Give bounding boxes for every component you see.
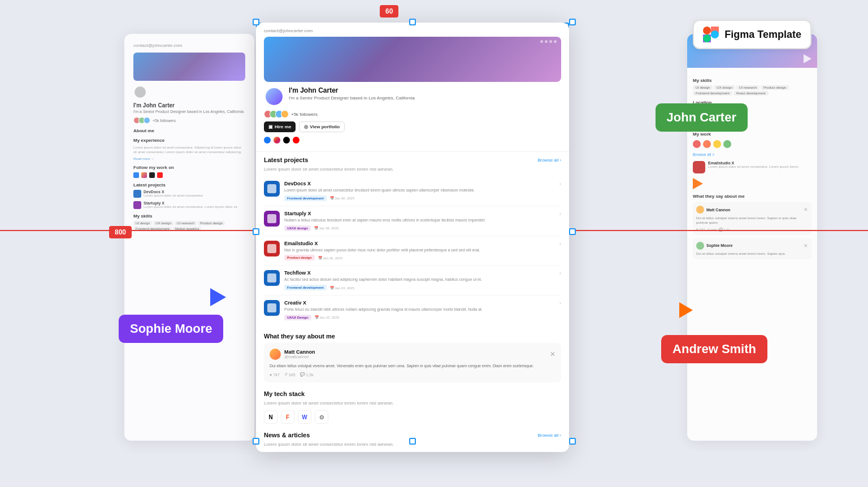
- lc-avatar: [133, 85, 147, 99]
- rc-my-work-title: My work: [693, 132, 811, 137]
- lc-skills-title: My skills: [133, 214, 245, 219]
- selection-handle-tl[interactable]: [253, 19, 259, 25]
- cc-pi-techflow-icon: [264, 270, 280, 286]
- arrow-icon-right: [679, 302, 693, 318]
- cc-latest-projects-section: Latest projects Browse all › Lorem ipsum…: [264, 156, 561, 325]
- cc-project-startuply: Startuply X Nullam a tellus ridiculus ti…: [264, 206, 561, 236]
- john-carter-label: John Carter: [667, 110, 736, 124]
- rc-orange-arrow-icon: [693, 178, 703, 189]
- lc-title: I'm a Senior Product Designer based in L…: [133, 110, 245, 114]
- cc-dot-3: [549, 40, 552, 43]
- lc-yt-icon: [157, 172, 163, 178]
- cc-t-close[interactable]: ✕: [550, 350, 555, 358]
- rc-work-dot-1: [693, 140, 701, 148]
- cc-pi-devdocs-footer: Frontend development 📅 Jan 30, 2025: [284, 195, 555, 201]
- cc-project-emailstudio: Emailstudio X Nisi in gravida ultrices s…: [264, 236, 561, 266]
- cc-pi-emailstudio-arrow[interactable]: ›: [559, 241, 561, 247]
- lc-proj1-desc: Lorem ipsum dolor sit amet consectetur.: [144, 194, 203, 197]
- lc-read-more[interactable]: Read more →: [133, 157, 245, 160]
- rc-t-close-sophie[interactable]: ✕: [804, 243, 808, 249]
- rc-t-name-sophie: Sophie Moore: [706, 244, 732, 247]
- cc-hire-btn[interactable]: ▣ Hire me: [264, 121, 296, 132]
- cc-followers-row: +5k followers: [264, 110, 561, 118]
- cc-pi-creativ-arrow[interactable]: ›: [559, 300, 561, 306]
- rc-t-close-matt[interactable]: ✕: [804, 207, 808, 212]
- cc-pi-startuply-icon: [264, 211, 280, 227]
- cc-pi-techflow-body: Techflow X Ac facilisi sed actus dictum …: [284, 270, 555, 290]
- rc-what-they-say: What they say about me: [693, 194, 811, 199]
- right-profile-card: My skills UI design UX design UI researc…: [687, 34, 817, 441]
- lc-skill-4: Product design: [198, 221, 225, 225]
- selection-handle-bl[interactable]: [253, 438, 259, 445]
- selection-handle-br[interactable]: [569, 438, 576, 445]
- width-badge: 800: [109, 226, 132, 238]
- cc-pi-emailstudio-tag: Product design: [284, 255, 315, 260]
- width-value: 800: [115, 228, 126, 236]
- cc-pi-devdocs-body: DevDocs X Lorem ipsum dolor sit amet con…: [284, 181, 555, 201]
- sophie-moore-badge: Sophie Moore: [119, 315, 223, 343]
- cc-pi-techflow-desc: Ac facilisi sed actus dictum sed adipisc…: [284, 277, 555, 282]
- cc-ig-icon[interactable]: [274, 137, 280, 144]
- rc-content: My skills UI design UX design UI researc…: [687, 68, 817, 265]
- cc-portfolio-btn[interactable]: ◎ View portfolio: [299, 121, 345, 132]
- cc-pi-creativ-desc: Porta feluci eu blandit nibh ultrices nu…: [284, 307, 555, 312]
- lc-follower-avatars: [133, 117, 150, 124]
- rc-browse-all[interactable]: Browse all >: [693, 153, 811, 156]
- svg-point-4: [703, 34, 711, 42]
- cc-pi-devdocs-desc: Lorem ipsum dolor sit amet consectetur t…: [284, 188, 555, 193]
- rc-orange-arrow-container: [693, 178, 811, 189]
- cc-pi-devdocs-icon: [264, 181, 280, 197]
- rc-pi-emailstudio-icon: [693, 161, 705, 173]
- rc-t-avatar-matt: [696, 206, 704, 214]
- selection-handle-ml[interactable]: [253, 228, 259, 235]
- rc-skill-5: Frontend development: [693, 91, 732, 95]
- center-profile-card: contact@johncarter.com I'm John Carter I…: [256, 23, 569, 452]
- rc-skill-4: Product design: [761, 85, 789, 90]
- cc-browse-all-projects[interactable]: Browse all ›: [537, 158, 561, 163]
- nav-arrow-left[interactable]: [210, 288, 226, 306]
- rc-t-header-matt: Matt Cannon ✕: [696, 206, 808, 214]
- lc-experience-title: My experience: [133, 138, 245, 143]
- cc-pi-techflow-arrow[interactable]: ›: [559, 270, 561, 276]
- lc-fb-icon: [133, 172, 139, 178]
- cc-pi-startuply-inner: [267, 214, 276, 223]
- cc-testimonial-matt: Matt Cannon @mattcannon ✕ Dui etiam tell…: [264, 343, 561, 383]
- cc-email: contact@johncarter.com: [264, 28, 561, 33]
- cc-yt-icon[interactable]: [293, 137, 300, 144]
- cc-t-hearts: ♥ 747: [270, 372, 280, 377]
- cc-portfolio-label: View portfolio: [310, 124, 340, 129]
- cc-pi-devdocs-arrow[interactable]: ›: [559, 181, 561, 187]
- nav-arrow-right[interactable]: [679, 302, 693, 318]
- selection-handle-tm[interactable]: [409, 19, 416, 25]
- cc-t-text: Dui etiam tellus volutpat viverra amet. …: [270, 363, 555, 369]
- cc-f-avatar-4: [281, 110, 289, 118]
- cc-pi-startuply-arrow[interactable]: ›: [559, 211, 561, 217]
- rc-t-text-sophie: Dui et tellus volutpat viverra amet lore…: [696, 251, 808, 256]
- andrew-smith-badge: Andrew Smith: [661, 335, 767, 363]
- cc-socials: [264, 137, 561, 144]
- rc-skill-1: UI design: [693, 85, 713, 90]
- cc-pi-creativ-inner: [267, 303, 276, 312]
- cc-project-creativ: Creativ X Porta feluci eu blandit nibh u…: [264, 295, 561, 325]
- lc-followers-text: +5k followers: [153, 119, 176, 123]
- selection-handle-bm[interactable]: [409, 438, 416, 445]
- rc-work-dot-2: [703, 140, 711, 148]
- cc-t-header: Matt Cannon @mattcannon ✕: [270, 349, 555, 360]
- cc-pi-creativ-name: Creativ X: [284, 300, 555, 306]
- cc-fb-icon[interactable]: [264, 137, 271, 144]
- cc-pi-devdocs-inner: [267, 184, 276, 193]
- john-carter-badge: John Carter: [656, 103, 748, 132]
- rc-t-text-matt: Dui et tellus volutpat viverra amet lore…: [696, 216, 808, 225]
- cc-project-devdocs: DevDocs X Lorem ipsum dolor sit amet con…: [264, 176, 561, 206]
- lc-proj2-name: Startuply X: [144, 201, 238, 205]
- height-value: 60: [385, 7, 393, 15]
- selection-handle-mr[interactable]: [569, 228, 576, 235]
- cc-name: I'm John Carter: [289, 86, 561, 94]
- cc-pi-creativ-date: 📅 Jan 22, 2025: [315, 315, 339, 319]
- cc-tw-icon[interactable]: [283, 137, 290, 144]
- selection-handle-tr[interactable]: [569, 19, 576, 25]
- cc-pi-startuply-body: Startuply X Nullam a tellus ridiculus ti…: [284, 211, 555, 231]
- cc-news-item-1: What is the right design tool to choose …: [264, 451, 561, 452]
- cc-browse-all-news[interactable]: Browse all ›: [537, 433, 561, 438]
- cc-projects-subtitle: Lorem ipsum dolor sit amet consectetur l…: [264, 167, 561, 172]
